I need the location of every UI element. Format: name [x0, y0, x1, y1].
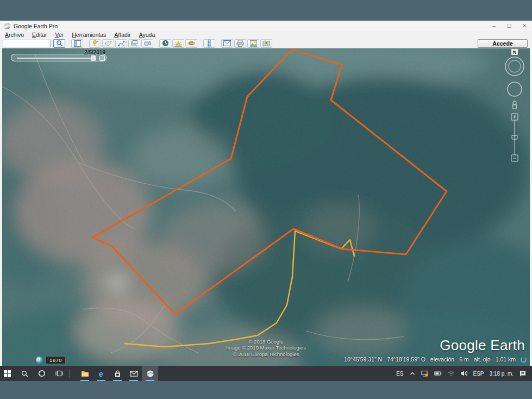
historical-imagery-button[interactable]	[159, 39, 171, 48]
mail-button[interactable]	[126, 366, 142, 381]
toolbar: + + + +	[0, 39, 532, 48]
google-earth-app-icon	[4, 23, 10, 29]
maximize-button[interactable]: □	[502, 21, 517, 31]
language-badge[interactable]: ES	[396, 371, 403, 377]
sunlight-button[interactable]	[172, 39, 184, 48]
wifi-icon[interactable]	[447, 370, 455, 377]
copyright-line: Image © 2019 Maxar Technologies	[226, 345, 306, 351]
copyright-line: © 2018 Europa Technologies	[226, 351, 306, 358]
file-explorer-icon	[81, 370, 89, 377]
status-elevation-value: 6 m	[459, 356, 469, 363]
search-icon	[56, 40, 63, 47]
menu-archivo[interactable]: Archivo	[5, 32, 24, 38]
menu-editar[interactable]: Editar	[32, 32, 47, 38]
google-earth-logo: Google Earth	[440, 337, 525, 354]
map-viewport[interactable]: 2/5/2019 N	[2, 48, 530, 366]
cortana-button[interactable]	[35, 366, 49, 381]
time-slider-track	[17, 58, 92, 59]
show-hidden-icons-chevron[interactable]	[409, 371, 416, 376]
taskbar-separator	[69, 369, 70, 378]
screen: Google Earth Pro – □ × Archivo Editar Ve…	[0, 0, 532, 399]
windows-logo-icon	[4, 370, 11, 377]
svg-text:+: +	[97, 40, 99, 43]
store-bag-icon	[114, 370, 121, 377]
google-earth-taskbar-button[interactable]	[142, 366, 158, 381]
map-statusbar: 10°45'59.31" N 74°18'19.59" O elevación …	[344, 356, 527, 363]
pegman-icon[interactable]	[512, 101, 517, 109]
oldest-imagery-year: 1970	[46, 356, 66, 364]
status-eye-alt-label: alt. ojo	[474, 356, 491, 363]
email-button[interactable]	[221, 39, 233, 48]
store-button[interactable]	[109, 366, 126, 381]
placemark-pin-icon: +	[92, 40, 99, 47]
menu-anadir[interactable]: Añadir	[114, 32, 130, 38]
navigation-controls[interactable]: N	[499, 48, 530, 168]
imagery-date-label: 2/5/2019	[67, 49, 105, 55]
compass-rotate-ring[interactable]	[505, 57, 524, 76]
search-button[interactable]	[53, 39, 65, 48]
polygon-button[interactable]: +	[102, 39, 114, 48]
taskbar-search-button[interactable]	[17, 366, 32, 381]
menu-ayuda[interactable]: Ayuda	[139, 32, 155, 38]
file-explorer-button[interactable]	[77, 366, 93, 381]
saturn-icon	[187, 40, 195, 47]
historical-imagery-indicator[interactable]: 1970	[36, 356, 66, 364]
image-overlay-icon: +	[131, 40, 138, 47]
display-notification-icon[interactable]	[421, 370, 429, 377]
save-image-icon	[250, 40, 257, 47]
svg-text:+: +	[148, 40, 151, 43]
maps-icon	[262, 40, 270, 47]
taskbar-clock[interactable]: 3:18 p. m.	[490, 371, 514, 377]
minimize-button[interactable]: –	[486, 21, 502, 31]
sidebar-panel-icon	[74, 40, 81, 47]
email-icon	[223, 40, 231, 46]
compass-north-label: N	[513, 49, 516, 55]
start-button[interactable]	[0, 366, 14, 381]
copyright-line: © 2018 Google	[226, 339, 306, 345]
volume-icon[interactable]	[460, 370, 468, 377]
time-slider-settings-button[interactable]	[99, 55, 105, 61]
view-in-maps-button[interactable]	[260, 39, 272, 48]
svg-text:+: +	[136, 44, 138, 47]
historical-imagery-icon	[162, 40, 169, 47]
system-tray: ES ESP	[396, 366, 532, 381]
status-latitude: 10°45'59.31" N	[344, 356, 382, 363]
zoom-slider[interactable]	[511, 114, 518, 161]
search-input[interactable]	[3, 40, 51, 47]
menu-ver[interactable]: Ver	[55, 32, 64, 38]
close-button[interactable]: ×	[517, 21, 532, 31]
battery-icon[interactable]	[434, 370, 442, 377]
backdrop-band	[0, 381, 532, 399]
edge-button[interactable]: e	[93, 366, 109, 381]
sidebar-toggle-button[interactable]	[71, 39, 83, 48]
pan-joystick[interactable]	[508, 82, 522, 96]
action-center-icon[interactable]	[519, 370, 527, 377]
save-image-button[interactable]	[247, 39, 259, 48]
streaming-progress-icon	[521, 357, 527, 363]
accede-button[interactable]: Accede	[478, 39, 528, 48]
printer-icon	[236, 40, 244, 47]
path-tool-icon: +	[118, 40, 125, 47]
image-overlay-button[interactable]: +	[128, 39, 140, 48]
keyboard-language-code[interactable]: ESP	[473, 371, 484, 377]
windows-taskbar: e ES	[0, 366, 532, 381]
google-earth-icon	[146, 370, 154, 378]
record-tour-icon: +	[144, 40, 151, 47]
titlebar: Google Earth Pro – □ ×	[0, 21, 532, 31]
satellite-imagery	[2, 48, 530, 366]
status-elevation-label: elevación	[430, 356, 454, 363]
path-button[interactable]: +	[115, 39, 127, 48]
ruler-button[interactable]	[203, 39, 215, 48]
window-controls: – □ ×	[486, 21, 532, 31]
placemark-button[interactable]: +	[89, 39, 101, 48]
task-view-icon	[55, 370, 63, 377]
polygon-tool-icon: +	[105, 40, 112, 47]
time-slider-handle[interactable]	[91, 55, 96, 61]
menubar: Archivo Editar Ver Herramientas Añadir A…	[0, 31, 532, 39]
ruler-icon	[207, 40, 211, 47]
task-view-button[interactable]	[52, 366, 66, 381]
planets-button[interactable]	[185, 39, 197, 48]
record-tour-button[interactable]: +	[141, 39, 153, 48]
menu-herramientas[interactable]: Herramientas	[72, 32, 106, 38]
print-button[interactable]	[234, 39, 246, 48]
